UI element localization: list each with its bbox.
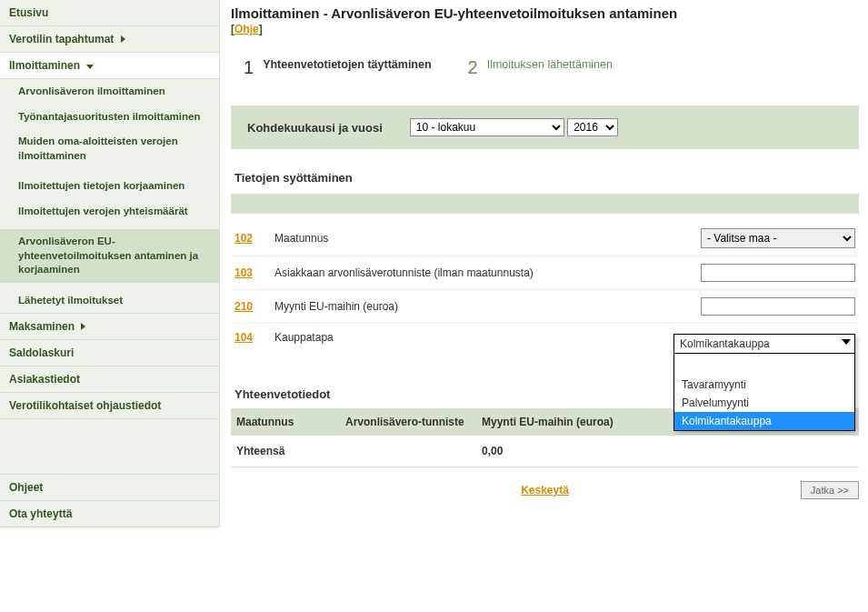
field-code-link[interactable]: 102 xyxy=(234,232,274,245)
sidebar-item-ota-yhteytta[interactable]: Ota yhteyttä xyxy=(0,501,219,527)
field-label: Asiakkaan arvonlisäverotunniste (ilman m… xyxy=(274,266,701,279)
step-number: 1 xyxy=(244,57,254,78)
sidebar-item-label: Saldolaskuri xyxy=(9,346,74,359)
dropdown-selected[interactable]: Kolmikantakauppa xyxy=(673,334,855,354)
field-label: Myynti EU-maihin (euroa) xyxy=(274,300,701,313)
chevron-right-icon xyxy=(77,320,85,333)
entry-section-title: Tietojen syöttäminen xyxy=(234,171,859,185)
dropdown-option-kolmikantakauppa[interactable]: Kolmikantakauppa xyxy=(674,412,854,430)
wizard-steps: 1 Yhteenvetotietojen täyttäminen 2 Ilmoi… xyxy=(244,57,859,78)
sidebar-item-label: Maksaminen xyxy=(9,320,75,333)
chevron-down-icon xyxy=(83,59,94,72)
sidebar-item-etusivu[interactable]: Etusivu xyxy=(0,0,219,26)
sidebar-item-label: Ilmoittaminen xyxy=(9,59,80,72)
field-label: Kauppatapa xyxy=(274,331,701,344)
sidebar-sub-yhteismaarat[interactable]: Ilmoitettujen verojen yhteismäärät xyxy=(0,199,219,225)
field-code-link[interactable]: 210 xyxy=(234,300,274,313)
field-row-103: 103 Asiakkaan arvonlisäverotunniste (ilm… xyxy=(231,256,859,290)
step-1: 1 Yhteenvetotietojen täyttäminen xyxy=(244,57,432,78)
sidebar-item-ohjeet[interactable]: Ohjeet xyxy=(0,474,219,501)
dropdown-blank-option[interactable] xyxy=(674,359,854,376)
footer-actions: Keskeytä Jatka >> xyxy=(231,484,859,497)
month-select[interactable]: 10 - lokakuu xyxy=(410,118,564,136)
summary-col-vat: Arvonlisävero-tunniste xyxy=(345,416,482,428)
summary-total-value: 0,00 xyxy=(482,445,708,457)
dropdown-option-palvelumyynti[interactable]: Palvelumyynti xyxy=(674,394,854,412)
page-title: Ilmoittaminen - Arvonlisäveron EU-yhteen… xyxy=(231,5,859,21)
sidebar-item-verotilin[interactable]: Verotilin tapahtumat xyxy=(0,26,219,53)
sidebar-item-ilmoittaminen[interactable]: Ilmoittaminen xyxy=(0,53,219,79)
eu-sales-input[interactable] xyxy=(701,297,855,316)
help-link[interactable]: Ohje xyxy=(234,23,259,35)
sidebar-sub-lahetetyt[interactable]: Lähetetyt ilmoitukset xyxy=(0,288,219,314)
summary-col-maatunnus: Maatunnus xyxy=(236,416,345,428)
year-select[interactable]: 2016 xyxy=(567,118,618,136)
step-label: Ilmoituksen lähettäminen xyxy=(487,57,613,72)
step-label: Yhteenvetotietojen täyttäminen xyxy=(263,57,431,72)
field-code-link[interactable]: 104 xyxy=(234,331,274,344)
field-row-104: 104 Kauppatapa Kolmikantakauppa Tavaramy… xyxy=(231,324,859,351)
sidebar-item-asiakastiedot[interactable]: Asiakastiedot xyxy=(0,366,219,393)
dropdown-option-tavaramyynti[interactable]: Tavaramyynti xyxy=(674,376,854,394)
sidebar: Etusivu Verotilin tapahtumat Ilmoittamin… xyxy=(0,0,220,527)
sidebar-item-label: Ohjeet xyxy=(9,481,43,494)
sidebar-item-maksaminen[interactable]: Maksaminen xyxy=(0,313,219,340)
help-wrap: [Ohje] xyxy=(231,23,859,35)
step-number: 2 xyxy=(468,57,478,78)
field-row-210: 210 Myynti EU-maihin (euroa) xyxy=(231,290,859,324)
field-row-102: 102 Maatunnus - Valitse maa - xyxy=(231,221,859,256)
vat-id-input[interactable] xyxy=(701,264,855,282)
field-code-link[interactable]: 103 xyxy=(234,266,274,279)
sidebar-item-label: Etusivu xyxy=(9,6,48,19)
sidebar-sub-korjaaminen[interactable]: Ilmoitettujen tietojen korjaaminen xyxy=(0,174,219,199)
step-2: 2 Ilmoituksen lähettäminen xyxy=(468,57,613,78)
sidebar-item-label: Asiakastiedot xyxy=(9,373,80,386)
trade-type-dropdown-open[interactable]: Kolmikantakauppa Tavaramyynti Palvelumyy… xyxy=(673,334,855,431)
sidebar-sub-muiden[interactable]: Muiden oma-aloitteisten verojen ilmoitta… xyxy=(0,129,219,168)
period-panel: Kohdekuukausi ja vuosi 10 - lokakuu 2016 xyxy=(231,105,859,149)
sidebar-item-label: Ota yhteyttä xyxy=(9,507,72,520)
period-label: Kohdekuukausi ja vuosi xyxy=(247,121,383,135)
section-band xyxy=(231,194,859,214)
main-content: Ilmoittaminen - Arvonlisäveron EU-yhteen… xyxy=(220,0,868,527)
country-select[interactable]: - Valitse maa - xyxy=(701,228,855,248)
sidebar-item-saldolaskuri[interactable]: Saldolaskuri xyxy=(0,340,219,366)
summary-total-label: Yhteensä xyxy=(236,445,345,457)
field-label: Maatunnus xyxy=(274,232,701,245)
sidebar-item-label: Verotilikohtaiset ohjaustiedot xyxy=(9,399,161,412)
chevron-right-icon xyxy=(117,33,125,45)
continue-button[interactable]: Jatka >> xyxy=(801,481,859,499)
sidebar-sub-arvonlisa[interactable]: Arvonlisäveron ilmoittaminen xyxy=(0,79,219,105)
sidebar-sub-eu-yhteenveto[interactable]: Arvonlisäveron EU-yhteenvetoilmoituksen … xyxy=(0,229,219,283)
sidebar-item-label: Verotilin tapahtumat xyxy=(9,33,114,45)
cancel-link[interactable]: Keskeytä xyxy=(521,484,569,497)
summary-total-row: Yhteensä 0,00 xyxy=(231,436,859,467)
sidebar-item-verotilikoht[interactable]: Verotilikohtaiset ohjaustiedot xyxy=(0,393,219,419)
sidebar-sub-tyonantaja[interactable]: Työnantajasuoritusten ilmoittaminen xyxy=(0,105,219,130)
